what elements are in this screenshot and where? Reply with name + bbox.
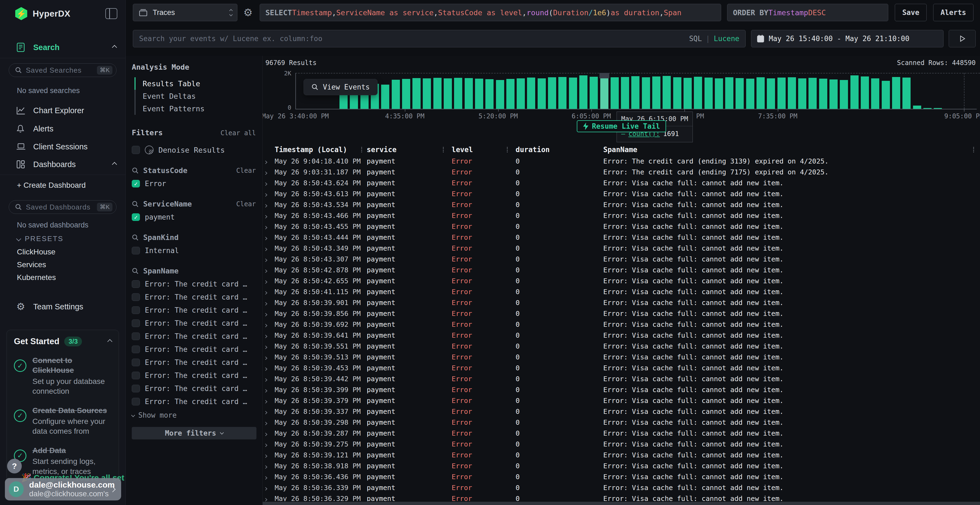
- table-row[interactable]: May 26 8:50:39.399 PMpaymentError0Error:…: [263, 384, 980, 395]
- table-row[interactable]: May 26 8:50:36.436 PMpaymentError0Error:…: [263, 471, 980, 482]
- table-row[interactable]: May 26 8:50:39.551 PMpaymentError0Error:…: [263, 341, 980, 351]
- histogram-bar[interactable]: [694, 77, 702, 109]
- row-expand-chevron-icon[interactable]: [263, 168, 272, 176]
- histogram-bar[interactable]: [631, 76, 640, 109]
- table-row[interactable]: May 26 8:50:39.287 PMpaymentError0Error:…: [263, 428, 980, 438]
- checkbox-unchecked[interactable]: [132, 372, 140, 379]
- preset-item-services[interactable]: Services: [17, 260, 46, 269]
- sidebar-item-team-settings[interactable]: ⚙ Team Settings: [0, 300, 126, 313]
- table-row[interactable]: May 26 8:50:39.453 PMpaymentError0Error:…: [263, 362, 980, 373]
- row-expand-chevron-icon[interactable]: [263, 310, 272, 318]
- row-expand-chevron-icon[interactable]: [263, 429, 272, 437]
- date-range-picker[interactable]: May 26 15:40:00 - May 26 21:10:00: [751, 30, 943, 48]
- table-row[interactable]: May 26 8:50:43.349 PMpaymentError0Error:…: [263, 243, 980, 254]
- histogram-bar[interactable]: [392, 80, 400, 109]
- saved-dashboards-input[interactable]: Saved Dashboards ⌘K: [9, 200, 116, 214]
- histogram-bar[interactable]: [600, 78, 608, 109]
- histogram-bar[interactable]: [423, 78, 431, 109]
- checkbox-unchecked[interactable]: [132, 319, 140, 327]
- col-spanname[interactable]: SpanName: [598, 144, 980, 156]
- table-row[interactable]: May 26 8:50:43.624 PMpaymentError0Error:…: [263, 178, 980, 188]
- checkbox-unchecked[interactable]: [132, 293, 140, 301]
- get-started-item[interactable]: ✓Add DataStart sending logs, metrics, or…: [14, 446, 111, 476]
- histogram-bar[interactable]: [871, 78, 879, 109]
- sql-select-editor[interactable]: SELECT Timestamp, ServiceName as service…: [260, 4, 721, 21]
- row-expand-chevron-icon[interactable]: [263, 201, 272, 209]
- horizontal-scrollbar[interactable]: [263, 502, 980, 505]
- histogram-bar[interactable]: [902, 78, 911, 109]
- histogram-bar[interactable]: [923, 108, 932, 109]
- preset-item-clickhouse[interactable]: ClickHouse: [17, 248, 56, 256]
- table-row[interactable]: May 26 8:50:39.856 PMpaymentError0Error:…: [263, 308, 980, 319]
- row-expand-chevron-icon[interactable]: [263, 353, 272, 361]
- order-by-editor[interactable]: ORDER BY Timestamp DESC: [727, 4, 888, 21]
- histogram-bar[interactable]: [642, 77, 650, 109]
- histogram-bar[interactable]: [517, 78, 525, 109]
- checkbox-unchecked[interactable]: [132, 332, 140, 340]
- table-row[interactable]: May 26 8:50:38.918 PMpaymentError0Error:…: [263, 461, 980, 471]
- table-row[interactable]: May 26 8:50:39.337 PMpaymentError0Error:…: [263, 406, 980, 417]
- event-search-input[interactable]: Search your events w/ Lucene ex. column:…: [133, 30, 746, 48]
- table-row[interactable]: May 26 9:03:31.187 PMpaymentError0Error:…: [263, 167, 980, 178]
- table-row[interactable]: May 26 8:50:43.444 PMpaymentError0Error:…: [263, 232, 980, 243]
- table-row[interactable]: May 26 8:50:36.339 PMpaymentError0Error:…: [263, 482, 980, 493]
- filter-option[interactable]: Error: The credit card …: [132, 384, 256, 392]
- row-expand-chevron-icon[interactable]: [263, 157, 272, 165]
- row-expand-chevron-icon[interactable]: [263, 288, 272, 296]
- checkbox-unchecked[interactable]: [132, 346, 140, 353]
- histogram-bar[interactable]: [506, 79, 514, 109]
- filter-option[interactable]: Error: The credit card …: [132, 358, 256, 367]
- filter-option[interactable]: Error: The credit card …: [132, 319, 256, 327]
- histogram-bar[interactable]: [454, 78, 462, 109]
- sidebar-item-client-sessions[interactable]: Client Sessions: [0, 140, 126, 153]
- table-row[interactable]: May 26 8:50:39.298 PMpaymentError0Error:…: [263, 417, 980, 428]
- table-row[interactable]: May 26 8:50:43.455 PMpaymentError0Error:…: [263, 221, 980, 232]
- row-expand-chevron-icon[interactable]: [263, 255, 272, 263]
- table-row[interactable]: May 26 8:50:43.466 PMpaymentError0Error:…: [263, 210, 980, 221]
- row-expand-chevron-icon[interactable]: [263, 418, 272, 426]
- histogram-bar[interactable]: [767, 78, 775, 109]
- histogram-bar[interactable]: [778, 78, 786, 109]
- help-button[interactable]: ?: [7, 459, 22, 473]
- table-row[interactable]: May 26 8:50:39.442 PMpaymentError0Error:…: [263, 373, 980, 384]
- row-expand-chevron-icon[interactable]: [263, 473, 272, 481]
- histogram-bar[interactable]: [412, 78, 421, 109]
- histogram-bar[interactable]: [684, 78, 692, 109]
- row-expand-chevron-icon[interactable]: [263, 462, 272, 470]
- col-duration[interactable]: duration: [511, 144, 598, 156]
- checkbox-unchecked[interactable]: [132, 146, 140, 154]
- table-row[interactable]: May 26 8:50:39.379 PMpaymentError0Error:…: [263, 395, 980, 406]
- denoise-results-checkbox[interactable]: Denoise Results: [132, 146, 256, 154]
- analysis-mode-event-deltas[interactable]: Event Deltas: [132, 90, 256, 102]
- table-row[interactable]: May 26 8:50:39.641 PMpaymentError0Error:…: [263, 330, 980, 341]
- analysis-mode-results-table[interactable]: Results Table: [132, 77, 256, 90]
- histogram-bar[interactable]: [496, 80, 504, 109]
- checkbox-unchecked[interactable]: [132, 359, 140, 366]
- histogram-bar[interactable]: [705, 78, 713, 109]
- filter-option[interactable]: Error: The credit card …: [132, 306, 256, 314]
- lucene-mode-toggle[interactable]: Lucene: [714, 35, 739, 43]
- row-expand-chevron-icon[interactable]: [263, 386, 272, 394]
- get-started-item[interactable]: ✓Create Data SourcesConfigure where your…: [14, 406, 111, 437]
- table-row[interactable]: May 26 8:50:43.307 PMpaymentError0Error:…: [263, 254, 980, 264]
- histogram-bar[interactable]: [579, 75, 587, 109]
- row-expand-chevron-icon[interactable]: [263, 179, 272, 187]
- show-more-button[interactable]: Show more: [132, 411, 256, 419]
- row-expand-chevron-icon[interactable]: [263, 342, 272, 350]
- histogram-bar[interactable]: [485, 79, 493, 109]
- row-expand-chevron-icon[interactable]: [263, 233, 272, 241]
- histogram-bar[interactable]: [861, 76, 869, 109]
- filter-option[interactable]: Error: The credit card …: [132, 293, 256, 301]
- table-row[interactable]: May 26 8:50:43.613 PMpaymentError0Error:…: [263, 188, 980, 199]
- table-row[interactable]: May 26 8:50:39.275 PMpaymentError0Error:…: [263, 438, 980, 449]
- histogram-bar[interactable]: [715, 78, 723, 109]
- histogram-bar[interactable]: [569, 78, 577, 109]
- histogram-bar[interactable]: [892, 77, 900, 109]
- histogram-bar[interactable]: [621, 77, 629, 109]
- histogram-bar[interactable]: [465, 78, 473, 109]
- row-expand-chevron-icon[interactable]: [263, 408, 272, 416]
- histogram-bar[interactable]: [402, 79, 410, 109]
- histogram-bar[interactable]: [746, 79, 754, 109]
- histogram-bar[interactable]: [548, 77, 556, 109]
- col-service[interactable]: service: [365, 144, 447, 156]
